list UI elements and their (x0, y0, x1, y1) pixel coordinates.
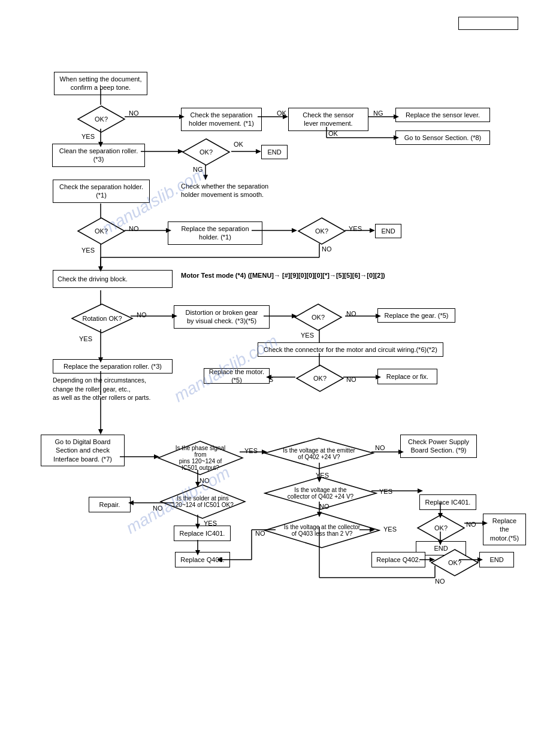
diamond-ok4: OK? (297, 217, 346, 245)
volt-coll-q402-label: Is the voltage at thecollector of Q402 +… (264, 476, 377, 511)
no-label-volt-emit: NO (375, 444, 385, 451)
check-sep-holder2-box: Check the separation holder. (*1) (53, 180, 150, 203)
yes-label-4: YES (349, 225, 362, 232)
replace-ic401-1-box: Replace IC401. (174, 526, 231, 541)
voltage-emitter-label: Is the voltage at the emitterof Q402 +24… (264, 437, 374, 470)
note-text: Depending on the circumstances,change th… (53, 376, 179, 402)
no-label-ok7b: NO (435, 578, 445, 585)
solder-ok-label: Is the solder at pins120~124 of IC501 OK… (159, 484, 246, 520)
volt-coll-q403-label: Is the voltage at the collectorof Q403 l… (264, 512, 380, 549)
diamond-ok7a-label: OK? (295, 364, 344, 393)
diamond-ok3: OK? (77, 217, 126, 245)
go-sensor-section-box: Go to Sensor Section. (*8) (395, 130, 490, 145)
yes-label-1: YES (81, 133, 95, 140)
no-label-7a: NO (346, 376, 356, 383)
replace-sep-holder-box: Replace the separation holder. (*1) (168, 221, 262, 245)
ng-label-1: NG (373, 110, 383, 117)
yes-label-vcq402: YES (379, 488, 392, 495)
ok-label-1: OK (277, 110, 286, 117)
diamond-ok7b: OK? (430, 548, 479, 577)
no-label-1: NO (129, 110, 139, 117)
replace-motor1-box: Replace the motor.(*5) (204, 368, 270, 384)
diamond-voltage-emitter: Is the voltage at the emitterof Q402 +24… (264, 437, 374, 470)
ok-label-2: OK (328, 130, 338, 137)
corner-box (458, 17, 518, 30)
yes-label-phase: YES (244, 447, 258, 454)
yes-label-3: YES (81, 247, 95, 254)
no-label-3: NO (129, 225, 139, 232)
diamond-ok6b-label: OK? (416, 514, 466, 542)
diamond-volt-coll-q403: Is the voltage at the collectorof Q403 l… (264, 512, 380, 549)
diamond-ok7b-label: OK? (430, 548, 479, 577)
replace-q403-box: Replace Q403. (175, 552, 230, 567)
go-digital-board-box: Go to Digital BoardSection and checkInte… (41, 435, 125, 466)
replace-motor2-box: Replace themotor.(*5) (483, 514, 526, 545)
yes-label-5: YES (79, 335, 92, 342)
check-power-supply-box: Check Power SupplyBoard Section. (*9) (400, 435, 477, 458)
repair-box: Repair. (89, 497, 131, 512)
diamond-ok6a-label: OK? (294, 303, 343, 332)
diamond-ok6a: OK? (294, 303, 343, 332)
check-sensor-lever-box: Check the sensorlever movement. (288, 108, 368, 131)
diamond-rotation-ok: Rotation OK? (71, 303, 134, 334)
svg-marker-22 (292, 228, 297, 233)
replace-sep-roller2-box: Replace the separation roller. (*3) (53, 359, 173, 374)
end2-box: END (375, 224, 401, 238)
check-connector-box: Check the connector for the motor and ci… (258, 342, 443, 357)
diamond-ok3-label: OK? (77, 217, 126, 245)
svg-marker-64 (418, 488, 423, 493)
diamond-volt-coll-q402: Is the voltage at thecollector of Q402 +… (264, 476, 377, 511)
no-label-ok6b: NO (466, 521, 476, 528)
rotation-ok-label: Rotation OK? (71, 303, 134, 334)
replace-q402-box: Replace Q402. (371, 552, 425, 567)
end4-box: END (479, 552, 514, 567)
no-label-6a: NO (346, 310, 356, 317)
diamond-phase-signal: Is the phase signal frompins 120~124 ofI… (157, 440, 244, 476)
check-driving-block-box: Check the driving block. (53, 270, 173, 288)
flowchart-page: manualslib.com manualslib.com manualslib… (0, 0, 535, 756)
svg-marker-46 (98, 429, 103, 435)
check-smooth-text: Check whether the separationholder movem… (181, 180, 313, 202)
replace-gear-box: Replace the gear. (*5) (377, 308, 455, 323)
replace-ic401-2-box: Replace IC401. (419, 494, 476, 510)
replace-or-fix-box: Replace or fix. (377, 369, 437, 384)
check-sep-holder-box: Check the separationholder movement. (*1… (181, 108, 262, 131)
diamond-ok7a: OK? (295, 364, 344, 393)
yes-label-6a: YES (301, 332, 314, 339)
diamond-ok1: OK? (77, 105, 126, 133)
diamond-ok2-label: OK? (182, 138, 231, 166)
replace-sensor-lever-box: Replace the sensor lever. (395, 108, 490, 122)
clean-sep-roller-box: Clean the separation roller. (*3) (52, 144, 145, 167)
svg-marker-24 (370, 228, 375, 233)
ok-label-3: OK (234, 141, 243, 148)
motor-test-mode-text: Motor Test mode (*4) ([MENU]→ [#][9][0][… (181, 272, 385, 279)
ng-label-2: NG (193, 166, 203, 173)
diamond-ok6b: OK? (416, 514, 466, 542)
diamond-ok4-label: OK? (297, 217, 346, 245)
diamond-solder-ok: Is the solder at pins120~124 of IC501 OK… (159, 484, 246, 520)
end1-box: END (261, 145, 288, 159)
diamond-ok1-label: OK? (77, 105, 126, 133)
no-label-5: NO (137, 311, 147, 318)
phase-signal-label: Is the phase signal frompins 120~124 ofI… (157, 440, 244, 476)
distortion-check-box: Distortion or broken gearby visual check… (174, 305, 270, 329)
diamond-ok2: OK? (182, 138, 231, 166)
start-box: When setting the document, confirm a bee… (54, 72, 147, 95)
svg-marker-15 (256, 149, 261, 154)
no-label-4: NO (322, 245, 332, 253)
yes-label-vcq403: YES (383, 526, 397, 533)
